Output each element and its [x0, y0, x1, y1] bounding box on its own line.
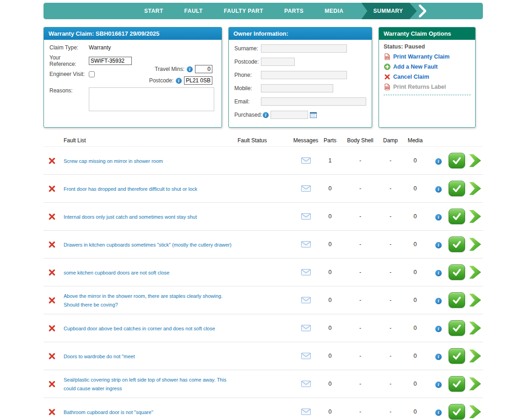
step-nav: STARTFAULTFAULTY PARTPARTSMEDIASUMMARY — [43, 3, 483, 19]
delete-fault-icon[interactable] — [49, 409, 55, 415]
fault-info-icon[interactable]: i — [435, 326, 442, 332]
reasons-textarea[interactable] — [89, 87, 214, 111]
fault-description-link[interactable]: Seal/plastic covering strip on left side… — [64, 377, 226, 391]
nav-step-parts[interactable]: PARTS — [284, 8, 303, 14]
travel-mins-info-icon[interactable]: i — [187, 66, 193, 72]
message-envelope-icon[interactable] — [301, 325, 311, 331]
col-header-messages: Messages — [291, 137, 321, 144]
owner-email-input[interactable] — [261, 97, 366, 106]
delete-fault-icon[interactable] — [49, 325, 55, 332]
fault-info-icon[interactable]: i — [435, 242, 442, 248]
travel-mins-input[interactable] — [195, 65, 212, 73]
complete-fault-button[interactable] — [449, 181, 465, 196]
purchased-date-input[interactable] — [271, 111, 308, 119]
delete-fault-icon[interactable] — [49, 213, 55, 220]
open-fault-arrow[interactable] — [469, 153, 482, 168]
fault-description-link[interactable]: Cupboard door above bed catches in corne… — [64, 326, 215, 331]
print-returns-label-link: Print Returns Label — [393, 84, 446, 90]
add-a-new-fault-link[interactable]: Add a New Fault — [393, 64, 438, 70]
fault-description-link[interactable]: Front door has dropped and therefore dif… — [64, 186, 197, 192]
open-fault-arrow[interactable] — [469, 237, 482, 252]
open-fault-arrow[interactable] — [469, 265, 482, 280]
calendar-icon[interactable] — [310, 112, 317, 118]
print-warranty-claim-link[interactable]: Print Warranty Claim — [393, 54, 449, 60]
cross-icon — [384, 74, 390, 80]
open-fault-arrow[interactable] — [469, 293, 482, 307]
nav-step-start[interactable]: START — [144, 8, 163, 14]
message-envelope-icon[interactable] — [301, 213, 311, 220]
owner-mobile-input[interactable] — [261, 84, 333, 92]
fault-description-link[interactable]: Screw cap missing on mirror in shower ro… — [64, 158, 163, 164]
fault-info-icon[interactable]: i — [435, 158, 442, 165]
complete-fault-button[interactable] — [449, 376, 465, 392]
complete-fault-button[interactable] — [449, 153, 465, 168]
media-count: 0 — [414, 213, 417, 220]
travel-mins-label: Travel Mins: — [155, 66, 184, 72]
message-envelope-icon[interactable] — [301, 381, 311, 387]
delete-fault-icon[interactable] — [49, 381, 55, 388]
message-envelope-icon[interactable] — [301, 409, 311, 415]
fault-description-link[interactable]: Bathroom cupboard door is not "square" — [64, 409, 153, 415]
purchased-info-icon[interactable]: i — [263, 112, 269, 118]
fault-description-link[interactable]: Drawers in kitchen cupboards sometimes "… — [64, 242, 232, 248]
open-fault-arrow[interactable] — [469, 209, 482, 224]
your-reference-input[interactable] — [89, 57, 132, 65]
owner-mobile-label: Mobile: — [234, 85, 261, 92]
message-envelope-icon[interactable] — [301, 297, 311, 303]
fault-table-header: Fault List Fault Status Messages Parts B… — [43, 134, 483, 147]
fault-description-link[interactable]: Above the mirror in the shower room, the… — [64, 293, 222, 307]
owner-surname-label: Surname: — [234, 45, 261, 52]
open-fault-arrow[interactable] — [469, 321, 482, 335]
fault-info-icon[interactable]: i — [435, 270, 442, 276]
open-fault-arrow[interactable] — [469, 377, 482, 391]
nav-step-fault[interactable]: FAULT — [184, 8, 203, 14]
delete-fault-icon[interactable] — [49, 185, 55, 192]
fault-description-link[interactable]: Doors to wardrobe do not "meet — [64, 354, 135, 359]
claim-postcode-info-icon[interactable]: i — [176, 78, 182, 84]
claim-postcode-input[interactable] — [184, 76, 212, 85]
message-envelope-icon[interactable] — [301, 353, 311, 359]
complete-fault-button[interactable] — [449, 292, 465, 308]
message-envelope-icon[interactable] — [301, 157, 311, 164]
open-fault-arrow[interactable] — [469, 181, 482, 196]
pdf-icon: PDF — [384, 54, 390, 60]
complete-fault-button[interactable] — [449, 264, 465, 280]
claim-type-label: Claim Type: — [49, 44, 89, 51]
delete-fault-icon[interactable] — [49, 353, 55, 360]
fault-description-link[interactable]: Internal doors only just catch and somet… — [64, 214, 197, 220]
complete-fault-button[interactable] — [449, 237, 465, 252]
message-envelope-icon[interactable] — [301, 269, 311, 275]
nav-step-media[interactable]: MEDIA — [325, 8, 343, 14]
fault-info-icon[interactable]: i — [435, 298, 442, 304]
fault-info-icon[interactable]: i — [435, 354, 442, 360]
delete-fault-icon[interactable] — [49, 241, 55, 248]
media-count: 0 — [414, 353, 417, 359]
complete-fault-button[interactable] — [449, 348, 465, 364]
complete-fault-button[interactable] — [449, 209, 465, 224]
owner-postcode-input[interactable] — [261, 58, 295, 66]
fault-info-icon[interactable]: i — [435, 186, 442, 193]
owner-phone-input[interactable] — [261, 71, 347, 79]
open-fault-arrow[interactable] — [469, 404, 482, 419]
fault-description-link[interactable]: some kitchen cupboard doors are not soft… — [64, 270, 169, 275]
message-envelope-icon[interactable] — [301, 241, 311, 248]
delete-fault-icon[interactable] — [49, 297, 55, 304]
body-shell-value: - — [359, 185, 361, 192]
warranty-claim-panel-title: Warranty Claim: SBH016617 29/09/2025 — [44, 27, 222, 40]
owner-surname-input[interactable] — [261, 44, 347, 53]
engineer-visit-checkbox[interactable] — [89, 71, 95, 77]
damp-value: - — [390, 241, 391, 248]
fault-info-icon[interactable]: i — [435, 214, 442, 221]
nav-step-summary[interactable]: SUMMARY — [362, 3, 417, 19]
complete-fault-button[interactable] — [449, 320, 465, 336]
open-fault-arrow[interactable] — [469, 349, 482, 363]
claim-type-value: Warranty — [89, 44, 111, 51]
cancel-claim-link[interactable]: Cancel Claim — [393, 74, 429, 80]
delete-fault-icon[interactable] — [49, 269, 55, 276]
delete-fault-icon[interactable] — [49, 157, 55, 164]
fault-info-icon[interactable]: i — [435, 409, 442, 416]
complete-fault-button[interactable] — [449, 404, 465, 420]
fault-info-icon[interactable]: i — [435, 382, 442, 388]
message-envelope-icon[interactable] — [301, 185, 311, 192]
nav-step-faulty-part[interactable]: FAULTY PART — [224, 8, 263, 14]
